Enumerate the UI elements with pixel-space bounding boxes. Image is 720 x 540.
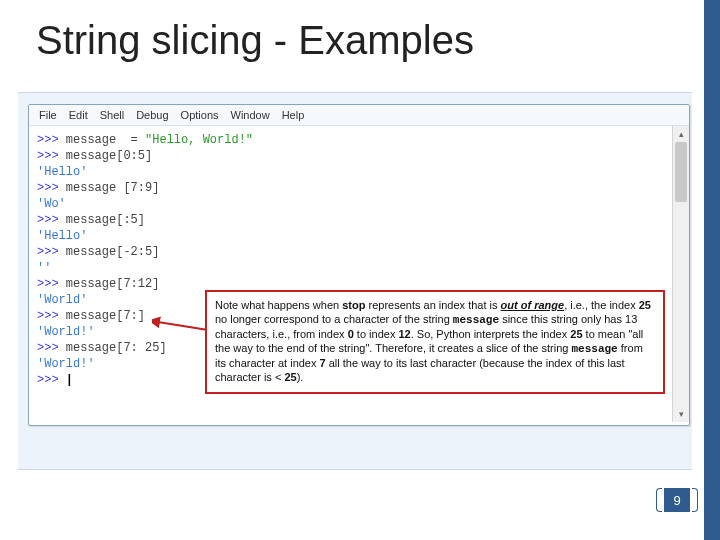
note-num-12: 12 [398,328,410,340]
note-text: Note what happens when [215,299,342,311]
code-line: >>> message[0:5] [37,148,681,164]
note-var-message: message [453,314,499,326]
note-text: ). [297,371,304,383]
note-num-25: 25 [570,328,582,340]
note-text: , i.e., the index [564,299,639,311]
page-number-badge: 9 [664,488,690,512]
menu-edit[interactable]: Edit [69,109,88,121]
menu-help[interactable]: Help [282,109,305,121]
prompt: >>> [37,181,66,195]
slide: String slicing - Examples File Edit Shel… [0,0,720,540]
note-text: . So, Python interprets the index [411,328,571,340]
menu-debug[interactable]: Debug [136,109,168,121]
prompt: >>> [37,309,66,323]
note-text: to index [354,328,399,340]
note-stop-keyword: stop [342,299,365,311]
prompt: >>> [37,277,66,291]
menu-window[interactable]: Window [231,109,270,121]
accent-bar [704,0,720,540]
note-text: no longer correspond to a character of t… [215,313,453,325]
explanation-note: Note what happens when stop represents a… [205,290,665,394]
code-line: 'Hello' [37,164,681,180]
code-line: '' [37,260,681,276]
code-line: >>> message = "Hello, World!" [37,132,681,148]
code-line: >>> message [7:9] [37,180,681,196]
prompt: >>> [37,149,66,163]
page-title: String slicing - Examples [36,18,474,63]
vertical-scrollbar[interactable]: ▴ ▾ [672,126,689,422]
prompt: >>> [37,245,66,259]
prompt-cursor[interactable]: >>> [37,373,73,387]
scroll-thumb[interactable] [675,142,687,202]
scroll-up-icon[interactable]: ▴ [673,126,689,142]
prompt: >>> [37,341,66,355]
menu-file[interactable]: File [39,109,57,121]
menubar: File Edit Shell Debug Options Window Hel… [29,105,689,126]
code-line: 'Wo' [37,196,681,212]
note-text: represents an index that is [365,299,500,311]
note-num-25: 25 [284,371,296,383]
code-line: >>> message[-2:5] [37,244,681,260]
scroll-down-icon[interactable]: ▾ [673,406,689,422]
code-line: 'Hello' [37,228,681,244]
note-num-25: 25 [639,299,651,311]
code-line: >>> message[:5] [37,212,681,228]
menu-options[interactable]: Options [181,109,219,121]
prompt: >>> [37,213,66,227]
prompt: >>> [37,133,66,147]
menu-shell[interactable]: Shell [100,109,124,121]
note-out-of-range: out of range [501,299,565,311]
note-var-message: message [572,343,618,355]
